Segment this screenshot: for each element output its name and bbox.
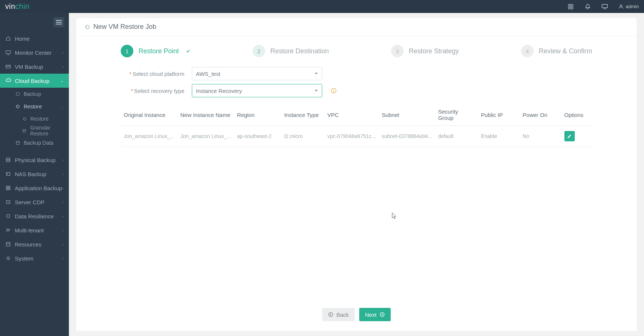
recovery-label: *Select recovery type <box>121 88 192 94</box>
svg-rect-19 <box>6 160 10 162</box>
sidebar-item-multitenant[interactable]: Multi-tenant ‹ <box>0 223 69 237</box>
restore-icon <box>15 104 21 109</box>
panel-header: New VM Restore Job <box>76 18 637 36</box>
sidebar-item-physical[interactable]: Physical Backup ‹ <box>0 153 69 167</box>
sidebar-label: Multi-tenant <box>15 227 44 233</box>
table-wrap: Original Instance New Instance Name Regi… <box>76 101 637 147</box>
sidebar-label: System <box>15 255 33 262</box>
sidebar-item-home[interactable]: Home <box>0 31 69 46</box>
svg-rect-18 <box>6 158 10 159</box>
th-newname: New Instance Name <box>177 104 234 126</box>
cell-poweron: No <box>520 126 561 147</box>
platform-select[interactable]: AWS_test <box>192 67 322 80</box>
sidebar: Home Monitor Center ‹ VM Backup ‹ Cloud … <box>0 13 69 336</box>
sidebar-item-resources[interactable]: Resources ‹ <box>0 237 69 251</box>
monitor-icon[interactable] <box>601 3 608 10</box>
svg-point-35 <box>333 92 334 92</box>
th-vpc: VPC <box>324 104 379 126</box>
database-icon <box>15 141 21 145</box>
granular-icon <box>21 129 27 133</box>
svg-point-28 <box>7 229 8 230</box>
restore-sm-icon <box>21 117 27 121</box>
sidebar-item-app[interactable]: Application Backup ‹ <box>0 181 69 195</box>
svg-point-21 <box>7 174 8 174</box>
recovery-select[interactable]: Instance Recovery <box>192 84 322 97</box>
step-1[interactable]: 1 Restore Point ✔ <box>121 45 190 57</box>
footer: Back Next <box>76 300 637 331</box>
sidebar-label: Physical Backup <box>15 157 56 163</box>
chevron-down-icon: ⌄ <box>61 105 64 109</box>
sidebar-sub-backupdata[interactable]: Backup Data <box>0 137 69 149</box>
edit-row-button[interactable] <box>564 131 575 141</box>
sidebar-toggle[interactable] <box>53 17 64 27</box>
th-sg: Security Group <box>435 104 478 126</box>
cell-region: ap-southeast-2 <box>234 126 281 147</box>
chevron-left-icon: ‹ <box>63 228 64 232</box>
sidebar-label: Server CDP <box>15 199 44 205</box>
cell-options <box>561 126 592 147</box>
sidebar-label: Home <box>15 36 30 42</box>
sidebar-label: NAS Backup <box>15 171 46 177</box>
svg-rect-24 <box>6 188 8 190</box>
step-2[interactable]: 2 Restore Destination <box>253 45 329 57</box>
svg-rect-12 <box>6 65 10 68</box>
refresh-icon[interactable] <box>84 24 90 30</box>
step-4-circle: 4 <box>521 45 534 57</box>
svg-point-37 <box>380 313 384 317</box>
content: New VM Restore Job 1 Restore Point ✔ 2 R… <box>69 13 644 336</box>
help-icon[interactable] <box>330 87 337 94</box>
vm-backup-icon <box>5 64 11 69</box>
th-poweron: Power On <box>520 104 561 126</box>
sidebar-label: Resources <box>15 241 41 248</box>
sidebar-sub2-granular[interactable]: Granular Restore <box>0 125 69 137</box>
table-row: Jon_amazon Linux_... Jon_amazon Linux_..… <box>121 126 592 147</box>
chevron-left-icon: ‹ <box>63 200 64 204</box>
step-3-circle: 3 <box>391 45 404 57</box>
cell-publicip: Enable <box>478 126 520 147</box>
logo-post: chin <box>15 2 30 10</box>
cell-subnet: subnet-0378864a94... <box>379 126 435 147</box>
bell-icon[interactable] <box>584 3 591 10</box>
sidebar-sub-backup[interactable]: Backup <box>0 88 69 100</box>
logo-pre: vin <box>5 2 15 10</box>
sidebar-label: Application Backup <box>15 185 62 191</box>
sidebar-item-system[interactable]: System ‹ <box>0 251 69 265</box>
server-icon <box>5 157 11 162</box>
sidebar-item-nas[interactable]: NAS Backup ‹ <box>0 167 69 181</box>
circle-icon <box>15 92 21 96</box>
sidebar-item-cloudbackup[interactable]: Cloud Backup ⌄ <box>0 74 69 88</box>
svg-rect-9 <box>56 24 62 24</box>
sidebar-sub-label: Backup Data <box>24 140 53 146</box>
sidebar-item-cdp[interactable]: Server CDP ‹ <box>0 195 69 209</box>
cell-type: t2.micro <box>281 126 324 147</box>
sidebar-sub2-restore[interactable]: Restore <box>0 113 69 125</box>
sidebar-item-monitor[interactable]: Monitor Center ‹ <box>0 46 69 60</box>
svg-rect-7 <box>56 20 62 21</box>
cell-sg: default <box>435 126 478 147</box>
svg-point-36 <box>329 313 333 317</box>
step-4[interactable]: 4 Review & Confirm <box>521 45 592 57</box>
next-button[interactable]: Next <box>359 308 391 321</box>
nas-icon <box>5 171 11 177</box>
sidebar-sub2-label: Granular Restore <box>30 125 69 137</box>
sidebar-sub-restore[interactable]: Restore ⌄ <box>0 100 69 113</box>
sidebar-sub-label: Restore <box>24 104 42 110</box>
back-button[interactable]: Back <box>322 308 354 321</box>
next-label: Next <box>365 312 377 318</box>
page-title: New VM Restore Job <box>93 23 156 31</box>
step-3-label: Restore Strategy <box>409 47 459 55</box>
list-icon[interactable] <box>567 3 574 10</box>
svg-rect-10 <box>6 51 10 54</box>
sidebar-item-vmbackup[interactable]: VM Backup ‹ <box>0 60 69 74</box>
cdp-icon <box>5 199 11 205</box>
step-2-label: Restore Destination <box>270 47 329 55</box>
svg-rect-20 <box>6 172 10 175</box>
step-3[interactable]: 3 Restore Strategy <box>391 45 459 57</box>
svg-point-32 <box>7 258 9 259</box>
back-label: Back <box>336 312 348 318</box>
chevron-left-icon: ‹ <box>63 242 64 246</box>
recovery-row: *Select recovery type Instance Recovery <box>121 83 592 99</box>
user-menu[interactable]: admin <box>618 4 639 9</box>
sidebar-item-resilience[interactable]: Data Resilience ‹ <box>0 209 69 223</box>
form-area: *Select cloud platform AWS_test *Select … <box>76 62 637 101</box>
